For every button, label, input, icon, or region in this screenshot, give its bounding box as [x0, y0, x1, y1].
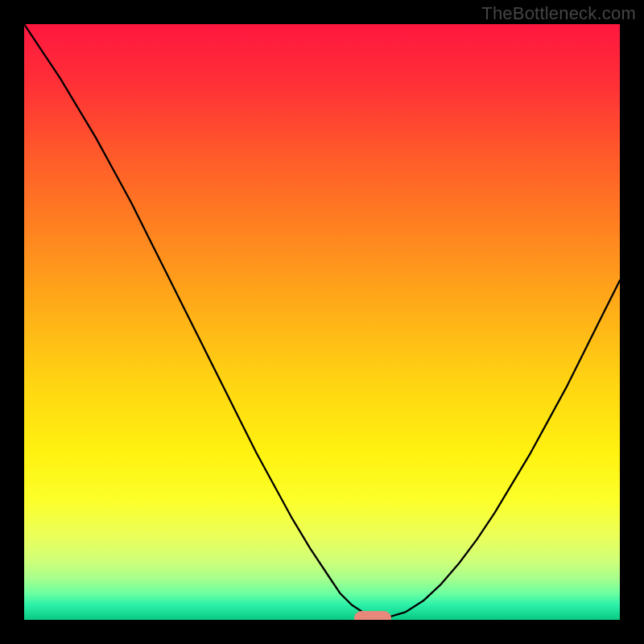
plot-area [24, 24, 620, 620]
minimum-marker [354, 611, 391, 620]
gradient-background [24, 24, 620, 620]
gradient-rect [24, 24, 620, 620]
watermark-text: TheBottleneck.com [481, 3, 636, 24]
chart-frame: TheBottleneck.com [0, 0, 644, 644]
